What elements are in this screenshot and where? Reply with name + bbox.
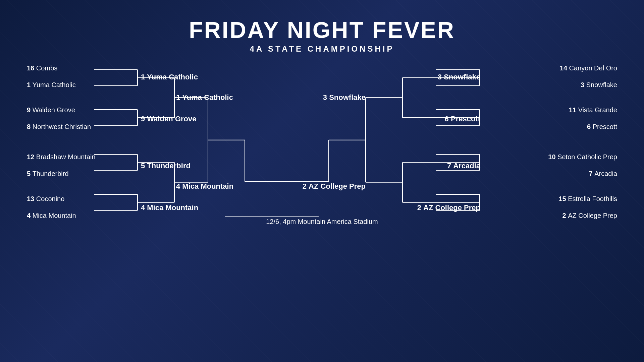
sf-winner-az-college-prep: 2 AZ College Prep	[303, 182, 366, 191]
team-seton-catholic: 10 Seton Catholic Prep	[548, 153, 617, 161]
winner-snowflake-r2: 3 Snowflake	[438, 73, 480, 81]
team-estrella-foothills: 15 Estrella Foothills	[558, 195, 617, 203]
winner-az-college-prep-r2: 2 AZ College Prep	[417, 203, 480, 212]
seed: 16	[27, 64, 36, 72]
winner-mica-mountain-r2: 4 Mica Mountain	[141, 203, 198, 212]
bracket-container: 16 Combs 1 Yuma Catholic 9 Walden Grove …	[27, 54, 617, 335]
sf-winner-yuma-catholic: 1 Yuma Catholic	[176, 93, 233, 102]
team-snowflake-r1: 3 Snowflake	[581, 81, 617, 89]
team-walden-grove: 9 Walden Grove	[27, 106, 75, 114]
team-thunderbird-r1: 5 Thunderbird	[27, 170, 69, 178]
winner-yuma-catholic-r2: 1 Yuma Catholic	[141, 73, 198, 81]
sf-winner-mica-mountain: 4 Mica Mountain	[176, 182, 233, 191]
team-mica-mountain-r1: 4 Mica Mountain	[27, 212, 76, 220]
championship-info: 12/6, 4pm Mountain America Stadium	[266, 218, 378, 226]
bracket-lines	[27, 54, 617, 335]
team-yuma-catholic-r1: 1 Yuma Catholic	[27, 81, 76, 89]
team-vista-grande: 11 Vista Grande	[569, 106, 617, 114]
team-canyon-del-oro: 14 Canyon Del Oro	[560, 64, 617, 72]
team-prescott-r1: 6 Prescott	[587, 123, 617, 131]
sf-winner-snowflake: 3 Snowflake	[323, 93, 366, 102]
winner-walden-grove-r2: 9 Walden Grove	[141, 115, 196, 123]
subtitle: 4A STATE CHAMPIONSHIP	[0, 44, 644, 54]
team-bradshaw-mountain: 12 Bradshaw Mountain	[27, 153, 96, 161]
seed: 1	[27, 81, 33, 88]
main-title: FRIDAY NIGHT FEVER	[0, 17, 644, 43]
page-header: FRIDAY NIGHT FEVER 4A STATE CHAMPIONSHIP	[0, 0, 644, 54]
team-northwest-christian: 8 Northwest Christian	[27, 123, 91, 131]
team-az-college-prep-r1: 2 AZ College Prep	[562, 212, 617, 220]
winner-prescott-r2: 6 Prescott	[445, 115, 480, 123]
team-arcadia-r1: 7 Arcadia	[589, 170, 618, 178]
team-coconino: 13 Coconino	[27, 195, 64, 203]
winner-thunderbird-r2: 5 Thunderbird	[141, 162, 191, 170]
winner-arcadia-r2: 7 Arcadia	[447, 162, 480, 170]
team-combs: 16 Combs	[27, 64, 57, 72]
